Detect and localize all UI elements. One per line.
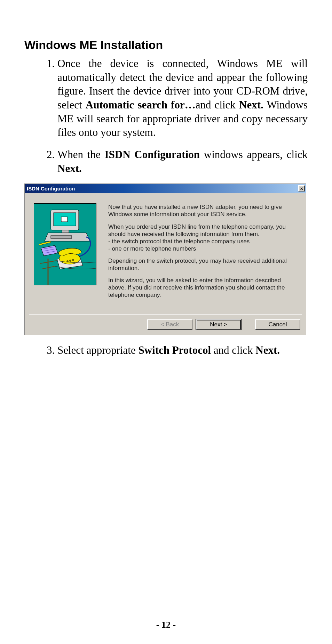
step-3-text-a: Select appropriate [57, 344, 138, 356]
step-1: Once the device is connected, Windows ME… [57, 57, 308, 139]
step-list-continued: Select appropriate Switch Protocol and c… [24, 343, 308, 357]
next-button[interactable]: Next > [196, 319, 241, 330]
msg-block-2-line-3: - one or more telephone numbers [108, 245, 297, 252]
msg-paragraph-4: In this wizard, you will be asked to ent… [108, 277, 297, 299]
back-button-post: ack [170, 321, 179, 328]
msg-block-2-line-2: - the switch protocol that the telephone… [108, 238, 297, 245]
wizard-graphic [34, 203, 96, 285]
msg-block-2-line-1: When you ordered your ISDN line from the… [108, 223, 297, 238]
svg-rect-4 [62, 230, 69, 233]
page-number: - 12 - [0, 620, 332, 630]
step-3-bold-a: Switch Protocol [138, 344, 211, 356]
svg-point-12 [69, 260, 71, 262]
back-button: < Back [147, 319, 192, 330]
close-icon: × [300, 186, 303, 191]
svg-point-13 [72, 259, 74, 261]
cancel-button-label: Cancel [269, 321, 287, 328]
marquee-hint: . . . . . . . . . . . . . . . . . . . . … [25, 193, 306, 197]
back-button-ul: B [166, 321, 169, 328]
step-1-text-b: and click [196, 99, 239, 111]
cancel-button[interactable]: Cancel [255, 319, 300, 330]
msg-paragraph-1: Now that you have installed a new ISDN a… [108, 203, 297, 218]
step-2-text-b: windows appears, click [200, 148, 308, 161]
svg-rect-5 [51, 236, 72, 238]
step-2-bold-b: Next. [57, 162, 82, 174]
step-1-bold-a: Automatic search for… [86, 99, 196, 111]
step-3-bold-b: Next. [255, 344, 280, 356]
step-2: When the ISDN Configuration windows appe… [57, 148, 308, 175]
dialog-title: ISDN Configuration [27, 186, 75, 191]
next-button-ul: N [210, 321, 214, 328]
dialog-button-row: < Back Next > Cancel [25, 315, 306, 335]
dialog-message: Now that you have installed a new ISDN a… [108, 203, 297, 303]
step-1-bold-b: Next. [239, 99, 263, 111]
step-2-bold-a: ISDN Configuration [104, 148, 200, 161]
msg-block-2: When you ordered your ISDN line from the… [108, 223, 297, 252]
page-title: Windows ME Installation [24, 38, 308, 52]
next-button-post: ext > [214, 321, 227, 328]
msg-paragraph-3: Depending on the switch protocol, you ma… [108, 257, 297, 272]
wizard-graphic-svg [34, 204, 96, 285]
step-list: Once the device is connected, Windows ME… [24, 57, 308, 175]
isdn-config-dialog: ISDN Configuration × . . . . . . . . . .… [24, 184, 306, 335]
dialog-body: Now that you have installed a new ISDN a… [25, 197, 306, 303]
step-2-text-a: When the [57, 148, 104, 161]
close-button[interactable]: × [298, 185, 305, 191]
step-3-text-b: and click [211, 344, 255, 356]
step-3: Select appropriate Switch Protocol and c… [57, 343, 308, 357]
svg-rect-3 [61, 217, 68, 222]
back-button-pre: < [161, 321, 166, 328]
dialog-titlebar: ISDN Configuration × [25, 184, 306, 193]
